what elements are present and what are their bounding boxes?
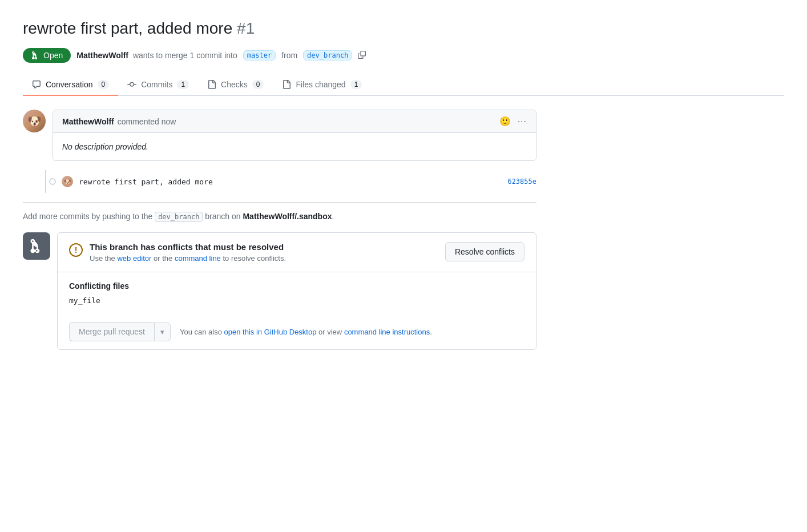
pr-status-label: Open xyxy=(43,51,63,60)
tab-conversation-label: Conversation xyxy=(46,80,93,89)
pr-number: #1 xyxy=(237,19,255,37)
info-repo: MatthewWolff/.sandbox xyxy=(243,212,332,221)
tabs-bar: Conversation 0 Commits 1 Checks 0 Files … xyxy=(23,74,784,96)
pr-title: rewrote first part, added more #1 xyxy=(23,18,784,39)
tab-checks[interactable]: Checks 0 xyxy=(198,74,273,96)
open-badge: Open xyxy=(23,48,71,63)
commit-sha[interactable]: 623855e xyxy=(507,178,536,186)
merge-box: ! This branch has conflicts that must be… xyxy=(57,232,536,350)
github-desktop-link[interactable]: open this in GitHub Desktop xyxy=(224,328,317,336)
conflicting-files-section: Conflicting files my_file xyxy=(58,272,536,314)
tab-commits-count: 1 xyxy=(177,80,189,89)
merge-section-icon xyxy=(23,232,50,260)
conflict-section: ! This branch has conflicts that must be… xyxy=(58,233,536,272)
command-line-instructions-link[interactable]: command line instructions xyxy=(344,328,430,336)
merge-footer: Merge pull request ▾ You can also open t… xyxy=(58,314,536,349)
commit-message: rewrote first part, added more xyxy=(79,178,502,186)
pr-status-row: Open MatthewWolff wants to merge 1 commi… xyxy=(23,48,784,63)
web-editor-link[interactable]: web editor xyxy=(117,254,151,263)
commit-timeline-row: 🐶 rewrote first part, added more 623855e xyxy=(23,170,536,193)
tab-conversation-count: 0 xyxy=(98,80,110,89)
source-branch[interactable]: dev_branch xyxy=(303,50,352,61)
merge-footer-text: You can also open this in GitHub Desktop… xyxy=(180,328,432,336)
tab-files-changed-count: 1 xyxy=(350,80,362,89)
conversation-icon xyxy=(32,80,41,89)
tab-conversation[interactable]: Conversation 0 xyxy=(23,74,118,96)
timeline-line xyxy=(45,170,46,193)
tab-commits[interactable]: Commits 1 xyxy=(118,74,198,96)
comment-author[interactable]: MatthewWolff xyxy=(62,117,114,126)
comment-body: No description provided. xyxy=(53,133,536,160)
more-options-icon[interactable]: ··· xyxy=(518,116,527,127)
conflict-subtitle: Use the web editor or the command line t… xyxy=(90,254,286,263)
tab-commits-label: Commits xyxy=(141,80,172,89)
conflict-header: ! This branch has conflicts that must be… xyxy=(69,242,524,263)
tab-files-changed-label: Files changed xyxy=(296,80,345,89)
comment-time: commented now xyxy=(118,117,176,126)
conflicting-file-item: my_file xyxy=(69,296,524,305)
info-branch: dev_branch xyxy=(155,212,203,222)
merge-section: ! This branch has conflicts that must be… xyxy=(23,232,536,350)
comment-actions[interactable]: 🙂 ··· xyxy=(499,116,527,127)
checks-icon xyxy=(207,80,216,89)
resolve-conflicts-button[interactable]: Resolve conflicts xyxy=(445,242,524,261)
conflict-title: This branch has conflicts that must be r… xyxy=(90,242,286,252)
tab-files-changed[interactable]: Files changed 1 xyxy=(273,74,371,96)
command-line-link[interactable]: command line xyxy=(175,254,221,263)
tab-checks-label: Checks xyxy=(221,80,248,89)
merge-pull-request-button[interactable]: Merge pull request xyxy=(69,322,154,341)
commits-icon xyxy=(127,80,136,89)
comment-box: MatthewWolff commented now 🙂 ··· No desc… xyxy=(53,110,536,161)
comment-header: MatthewWolff commented now 🙂 ··· xyxy=(53,110,536,133)
timeline: 🐶 MatthewWolff commented now 🙂 ··· No de… xyxy=(23,110,536,350)
info-text: Add more commits by pushing to the dev_b… xyxy=(23,212,536,221)
warning-icon: ! xyxy=(69,243,83,257)
comment-wrapper: 🐶 MatthewWolff commented now 🙂 ··· No de… xyxy=(23,110,536,161)
merge-dropdown-button[interactable]: ▾ xyxy=(154,323,171,341)
avatar: 🐶 xyxy=(23,110,46,132)
tab-checks-count: 0 xyxy=(252,80,264,89)
pr-author: MatthewWolff wants to merge 1 commit int… xyxy=(76,51,237,60)
emoji-reaction-icon[interactable]: 🙂 xyxy=(499,116,511,127)
merge-btn-group: Merge pull request ▾ xyxy=(69,322,171,341)
conflicting-files-title: Conflicting files xyxy=(69,281,524,291)
copy-icon[interactable] xyxy=(358,51,366,61)
merge-icon xyxy=(31,51,40,60)
target-branch[interactable]: master xyxy=(243,50,276,61)
section-divider xyxy=(23,202,536,203)
pr-title-text: rewrote first part, added more xyxy=(23,19,232,37)
commit-avatar: 🐶 xyxy=(62,176,73,187)
files-changed-icon xyxy=(282,80,291,89)
